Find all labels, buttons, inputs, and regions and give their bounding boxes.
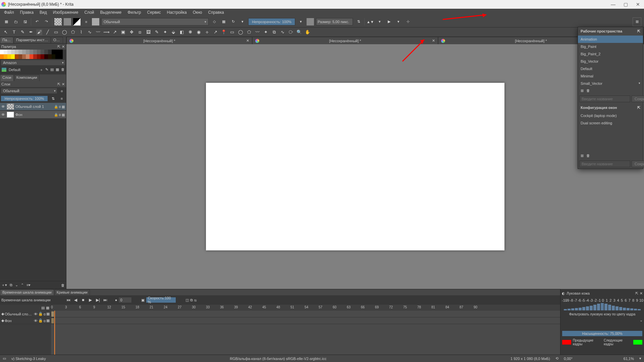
status-rotation-icon[interactable]: ⟲ bbox=[555, 356, 558, 361]
tool-pin[interactable]: 📍 bbox=[221, 29, 227, 35]
menu-tools[interactable]: Сервис bbox=[144, 9, 163, 15]
dock-tab-palette[interactable]: Пал... bbox=[0, 37, 13, 43]
tool-edit-shape[interactable]: ✎ bbox=[19, 29, 25, 35]
palette-selector[interactable]: Amazon bbox=[1, 60, 65, 66]
lock-icon[interactable]: 🔒 α ▦ bbox=[54, 105, 65, 109]
tool-fill[interactable]: ⬙ bbox=[170, 29, 176, 35]
palette-color[interactable] bbox=[11, 50, 15, 54]
visibility-icon[interactable]: 👁 bbox=[34, 312, 38, 316]
menu-window[interactable]: Окно bbox=[190, 9, 205, 15]
new-doc-button[interactable]: ▦ bbox=[3, 18, 10, 25]
tool-polyline[interactable]: ⌇ bbox=[78, 29, 84, 35]
menu-settings[interactable]: Настройка bbox=[164, 9, 190, 15]
doc-tab-2[interactable]: [Несохранённый] *✕ bbox=[252, 37, 438, 44]
palette-color[interactable] bbox=[7, 54, 11, 59]
maximize-button[interactable]: ▢ bbox=[624, 2, 628, 7]
palette-color[interactable] bbox=[7, 50, 11, 54]
drop-frames-button[interactable]: ▣ bbox=[141, 298, 145, 302]
float-icon[interactable]: ⇱ bbox=[57, 82, 60, 86]
tool-calligraphy[interactable]: ✒ bbox=[28, 29, 34, 35]
open-button[interactable]: 🗀 bbox=[12, 18, 19, 25]
palette-color[interactable] bbox=[0, 50, 4, 54]
tool-multibrush[interactable]: ↗ bbox=[112, 29, 118, 35]
close-dock-icon[interactable]: ✕ bbox=[62, 82, 65, 86]
close-button[interactable]: ✕ bbox=[636, 2, 640, 7]
layer-menu-icon[interactable]: ≡ bbox=[58, 95, 65, 102]
tool-sel-ellipse[interactable]: ◯ bbox=[237, 29, 244, 35]
menu-file[interactable]: Файл bbox=[1, 9, 17, 15]
tool-ellipse[interactable]: ◯ bbox=[61, 29, 67, 35]
opacity-slider[interactable]: Непрозрачность: 100% bbox=[248, 18, 295, 25]
palette-color[interactable] bbox=[37, 54, 41, 59]
tool-sel-poly[interactable]: ⬠ bbox=[246, 29, 252, 35]
workspace-item[interactable]: Big_Paint_2 bbox=[578, 50, 643, 58]
window-config-item[interactable]: Cockpit (laptop mode) bbox=[578, 112, 643, 119]
layer-filter-icon[interactable]: ⍟ bbox=[58, 87, 65, 95]
layer-opacity-slider[interactable]: Непрозрачность: 100% bbox=[1, 96, 48, 102]
tab-timeline[interactable]: Временная шкала анимации bbox=[0, 289, 54, 295]
menu-layer[interactable]: Слой bbox=[82, 9, 97, 15]
tool-sel-similar[interactable]: ⧉ bbox=[271, 29, 277, 35]
tool-polygon[interactable]: ⬠ bbox=[70, 29, 76, 35]
zoom-dropdown-icon[interactable]: ▾ bbox=[639, 356, 641, 361]
palette-color[interactable] bbox=[18, 50, 22, 54]
config-delete-icon[interactable]: 🗑 bbox=[586, 154, 590, 158]
next-color-swatch[interactable] bbox=[633, 340, 643, 345]
duplicate-layer-button[interactable]: ⧉ bbox=[10, 283, 12, 287]
pal-grid-a-icon[interactable]: ▤ bbox=[50, 67, 54, 72]
palette-color[interactable] bbox=[48, 54, 52, 59]
mirror-v-button[interactable]: ▶ bbox=[385, 18, 393, 25]
palette-color[interactable] bbox=[55, 50, 59, 54]
tool-sel-rect[interactable]: ▭ bbox=[229, 29, 235, 35]
palette-color[interactable] bbox=[44, 50, 48, 54]
frame-number-input[interactable]: 0 bbox=[118, 297, 132, 303]
layer-opacity-stepper[interactable]: ⇅ bbox=[49, 95, 57, 102]
reload-brush-button[interactable]: ↻ bbox=[229, 18, 237, 25]
palette-color[interactable] bbox=[0, 54, 4, 59]
next-frame-button[interactable]: ▶| bbox=[95, 297, 101, 303]
close-dock-icon[interactable]: ✕ bbox=[62, 45, 65, 49]
tl-layer-1[interactable]: ◆ Обычный слой ... 👁 🔒 α ▦ bbox=[0, 311, 51, 317]
fg-swatch[interactable] bbox=[64, 18, 71, 25]
tool-sel-contiguous[interactable]: ✦ bbox=[263, 29, 269, 35]
tl-btn-b[interactable]: ⧉ bbox=[190, 298, 193, 302]
tool-gradient[interactable]: ◧ bbox=[179, 29, 185, 35]
mirror-h-button[interactable]: ▲▼ bbox=[367, 18, 374, 25]
tool-text[interactable]: T bbox=[11, 29, 17, 35]
opacity-arrow[interactable]: ▾ bbox=[297, 18, 305, 25]
tab-layers[interactable]: Слои bbox=[0, 74, 14, 81]
layer-row-1[interactable]: 👁 Обычный слой 1 🔒 α ▦ bbox=[0, 103, 66, 111]
palette-color[interactable] bbox=[30, 54, 33, 59]
onion-icon[interactable]: α bbox=[44, 312, 46, 316]
pal-add-icon[interactable]: ＋ bbox=[40, 67, 43, 72]
pal-delete-icon[interactable]: 🗑 bbox=[61, 67, 65, 72]
play-button[interactable]: ▶ bbox=[88, 297, 94, 303]
prev-color-swatch[interactable] bbox=[562, 340, 572, 345]
stop-button[interactable]: ■ bbox=[80, 297, 86, 303]
tool-assistant[interactable]: ⟡ bbox=[204, 29, 210, 35]
palette-color[interactable] bbox=[30, 50, 33, 54]
workspace-item[interactable]: Minimal bbox=[578, 72, 643, 80]
tool-line[interactable]: ╱ bbox=[45, 29, 51, 35]
tool-pan[interactable]: ✋ bbox=[305, 29, 311, 35]
size-stepper[interactable]: ⇅ bbox=[355, 18, 362, 25]
workspace-delete-icon[interactable]: 🗑 bbox=[586, 88, 590, 93]
menu-image[interactable]: Изображение bbox=[50, 9, 81, 15]
tool-colorize[interactable]: ❋ bbox=[187, 29, 193, 35]
tool-sel-magnetic[interactable]: ⧂ bbox=[288, 29, 294, 35]
lock-icon[interactable]: 🔒 bbox=[38, 312, 43, 316]
onion-bars[interactable] bbox=[562, 303, 643, 310]
tab-compositions[interactable]: Композиции bbox=[14, 74, 40, 81]
eraser-button[interactable]: ◇ bbox=[211, 18, 218, 25]
window-config-item[interactable]: Dual screen editing bbox=[578, 119, 643, 127]
palette-color[interactable] bbox=[41, 54, 44, 59]
detach-icon[interactable]: ⇱ bbox=[637, 106, 640, 110]
menu-view[interactable]: Вид bbox=[37, 9, 50, 15]
palette-grid[interactable] bbox=[0, 50, 66, 59]
workspace-item[interactable]: Big_Paint bbox=[578, 43, 643, 50]
palette-color[interactable] bbox=[52, 50, 55, 54]
tool-smart-patch[interactable]: ✦ bbox=[162, 29, 168, 35]
lock-icon[interactable]: 🔒 α ▦ bbox=[54, 113, 65, 117]
redo-button[interactable]: ↷ bbox=[43, 18, 50, 25]
palette-color[interactable] bbox=[26, 54, 30, 59]
